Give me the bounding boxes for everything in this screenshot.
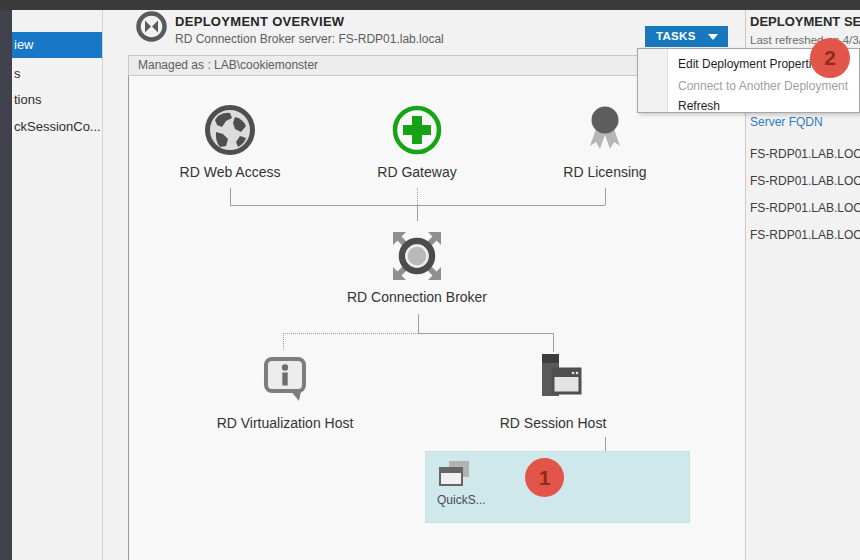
node-rd-session-host[interactable] [529, 350, 583, 408]
menu-item-connect-to-another-deployment: Connect to Another Deployment [678, 79, 848, 93]
left-dark-strip [0, 10, 12, 560]
node-label-rd-gateway: RD Gateway [377, 164, 456, 180]
connector-line [417, 205, 418, 221]
server-row[interactable]: FS-RDP01.LAB.LOCAL [750, 201, 860, 215]
menu-item-edit-deployment-properties[interactable]: Edit Deployment Properties [678, 57, 824, 71]
node-label-rd-licensing: RD Licensing [563, 164, 646, 180]
annotation-badge-step-2: 2 [810, 38, 850, 78]
window-top-bar [0, 0, 860, 10]
node-rd-connection-broker[interactable] [385, 224, 449, 292]
connector-line [418, 314, 419, 333]
sidebar-divider [102, 10, 103, 560]
node-rd-virtualization-host[interactable] [259, 352, 311, 408]
info-bubble-icon [259, 390, 311, 407]
tasks-button-label: TASKS [656, 30, 696, 42]
node-label-rd-web-access: RD Web Access [180, 164, 281, 180]
sidebar-item-overview[interactable]: iew [12, 32, 102, 58]
menu-icon-gutter [638, 49, 668, 112]
connector-line [418, 333, 553, 334]
page-title: DEPLOYMENT OVERVIEW [175, 14, 344, 29]
green-plus-circle-icon [391, 142, 443, 159]
node-rd-web-access[interactable] [204, 104, 256, 160]
node-label-rd-connection-broker: RD Connection Broker [347, 289, 487, 305]
deployment-servers-title: DEPLOYMENT SERVERS [750, 14, 860, 29]
connector-line-dotted [417, 188, 418, 205]
connector-line-dotted [283, 333, 284, 350]
annotation-badge-step-1: 1 [525, 458, 564, 497]
sidebar-item-collections[interactable]: tions [12, 89, 102, 111]
menu-item-refresh[interactable]: Refresh [678, 99, 720, 113]
connector-line-dotted [283, 333, 418, 334]
server-row[interactable]: FS-RDP01.LAB.LOCAL [750, 147, 860, 161]
connector-line [230, 188, 231, 205]
column-header-server-fqdn[interactable]: Server FQDN [750, 115, 823, 129]
node-label-rd-virtualization-host: RD Virtualization Host [217, 415, 354, 431]
connector-line [605, 188, 606, 205]
connector-line [605, 437, 606, 451]
node-rd-gateway[interactable] [391, 104, 443, 160]
sidebar-item-quicksessioncollection[interactable]: ckSessionCo... [12, 116, 102, 138]
server-row[interactable]: FS-RDP01.LAB.LOCAL [750, 174, 860, 188]
server-window-icon [529, 390, 583, 407]
page-subtitle: RD Connection Broker server: FS-RDP01.la… [175, 32, 444, 46]
collection-label: QuickS... [437, 493, 486, 507]
server-row[interactable]: FS-RDP01.LAB.LOCAL [750, 228, 860, 242]
node-rd-licensing[interactable] [579, 103, 631, 159]
globe-icon [204, 142, 256, 159]
rds-logo-icon [136, 11, 167, 42]
node-label-rd-session-host: RD Session Host [500, 415, 607, 431]
sidebar-item-servers[interactable]: s [12, 63, 102, 85]
tasks-button[interactable]: TASKS [645, 26, 728, 47]
windows-stack-icon [437, 459, 471, 495]
chevron-down-icon [708, 34, 718, 40]
medal-ribbon-icon [579, 141, 631, 158]
